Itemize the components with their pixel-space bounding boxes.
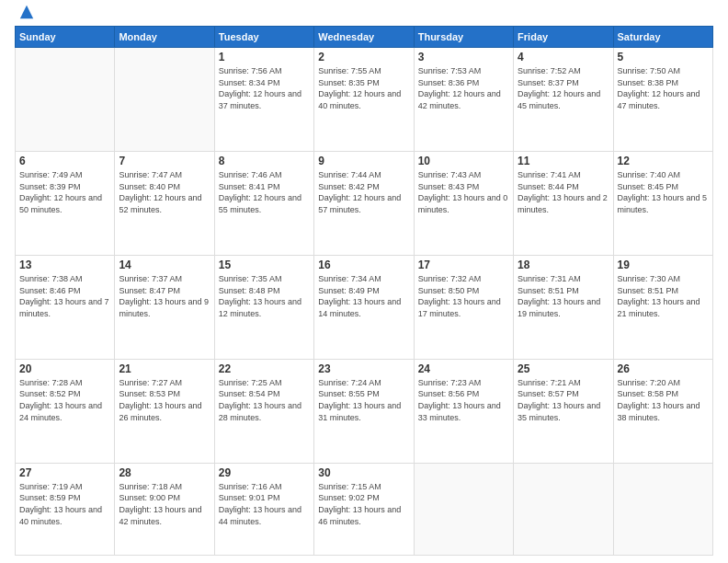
day-number: 23 [318,362,409,375]
day-info: Sunrise: 7:31 AM Sunset: 8:51 PM Dayligh… [518,273,609,319]
day-number: 29 [219,466,310,479]
day-info: Sunrise: 7:46 AM Sunset: 8:41 PM Dayligh… [219,169,310,215]
calendar-cell: 28Sunrise: 7:18 AM Sunset: 9:00 PM Dayli… [115,463,214,555]
calendar-cell: 11Sunrise: 7:41 AM Sunset: 8:44 PM Dayli… [514,151,613,255]
day-number: 11 [518,155,609,167]
day-number: 3 [418,51,509,63]
day-number: 17 [418,259,509,271]
calendar-cell [414,463,513,555]
week-row-3: 13Sunrise: 7:38 AM Sunset: 8:46 PM Dayli… [16,255,713,359]
calendar-cell: 21Sunrise: 7:27 AM Sunset: 8:53 PM Dayli… [115,359,214,463]
day-number: 30 [318,466,409,479]
calendar-cell: 23Sunrise: 7:24 AM Sunset: 8:55 PM Dayli… [314,359,414,463]
day-number: 12 [618,155,709,167]
calendar-cell: 3Sunrise: 7:53 AM Sunset: 8:36 PM Daylig… [414,48,513,152]
logo [15,11,35,20]
day-number: 16 [318,259,409,271]
day-info: Sunrise: 7:37 AM Sunset: 8:47 PM Dayligh… [119,273,210,319]
day-number: 2 [318,51,409,63]
day-number: 24 [418,362,509,375]
header [15,11,713,20]
day-number: 6 [19,155,110,167]
calendar-cell: 7Sunrise: 7:47 AM Sunset: 8:40 PM Daylig… [115,151,214,255]
calendar-cell [613,463,712,555]
calendar-header-friday: Friday [514,27,613,48]
svg-marker-0 [20,6,33,18]
calendar-cell: 4Sunrise: 7:52 AM Sunset: 8:37 PM Daylig… [514,48,613,152]
day-number: 22 [219,362,310,375]
day-info: Sunrise: 7:56 AM Sunset: 8:34 PM Dayligh… [219,65,310,111]
logo-icon [18,4,35,20]
calendar-header-tuesday: Tuesday [214,27,313,48]
calendar-cell: 19Sunrise: 7:30 AM Sunset: 8:51 PM Dayli… [613,255,712,359]
week-row-4: 20Sunrise: 7:28 AM Sunset: 8:52 PM Dayli… [16,359,713,463]
calendar-table: SundayMondayTuesdayWednesdayThursdayFrid… [15,26,713,556]
day-info: Sunrise: 7:18 AM Sunset: 9:00 PM Dayligh… [119,481,210,527]
calendar-cell: 15Sunrise: 7:35 AM Sunset: 8:48 PM Dayli… [214,255,313,359]
calendar-header-wednesday: Wednesday [314,27,414,48]
day-info: Sunrise: 7:44 AM Sunset: 8:42 PM Dayligh… [318,169,409,215]
calendar-cell: 29Sunrise: 7:16 AM Sunset: 9:01 PM Dayli… [214,463,313,555]
calendar-cell: 10Sunrise: 7:43 AM Sunset: 8:43 PM Dayli… [414,151,513,255]
day-info: Sunrise: 7:25 AM Sunset: 8:54 PM Dayligh… [219,377,310,423]
day-info: Sunrise: 7:34 AM Sunset: 8:49 PM Dayligh… [318,273,409,319]
day-info: Sunrise: 7:55 AM Sunset: 8:35 PM Dayligh… [318,65,409,111]
calendar-cell: 27Sunrise: 7:19 AM Sunset: 8:59 PM Dayli… [16,463,115,555]
day-number: 27 [19,466,110,479]
day-info: Sunrise: 7:40 AM Sunset: 8:45 PM Dayligh… [618,169,709,215]
day-info: Sunrise: 7:38 AM Sunset: 8:46 PM Dayligh… [19,273,110,319]
day-number: 20 [19,362,110,375]
day-number: 1 [219,51,310,63]
day-number: 19 [618,259,709,271]
calendar-cell: 14Sunrise: 7:37 AM Sunset: 8:47 PM Dayli… [115,255,214,359]
calendar-cell: 25Sunrise: 7:21 AM Sunset: 8:57 PM Dayli… [514,359,613,463]
calendar-cell: 22Sunrise: 7:25 AM Sunset: 8:54 PM Dayli… [214,359,313,463]
day-number: 10 [418,155,509,167]
calendar-cell: 16Sunrise: 7:34 AM Sunset: 8:49 PM Dayli… [314,255,414,359]
day-info: Sunrise: 7:50 AM Sunset: 8:38 PM Dayligh… [618,65,709,111]
calendar-cell: 24Sunrise: 7:23 AM Sunset: 8:56 PM Dayli… [414,359,513,463]
calendar-cell: 13Sunrise: 7:38 AM Sunset: 8:46 PM Dayli… [16,255,115,359]
calendar-cell: 20Sunrise: 7:28 AM Sunset: 8:52 PM Dayli… [16,359,115,463]
day-number: 7 [119,155,210,167]
day-info: Sunrise: 7:49 AM Sunset: 8:39 PM Dayligh… [19,169,110,215]
day-number: 15 [219,259,310,271]
day-info: Sunrise: 7:19 AM Sunset: 8:59 PM Dayligh… [19,481,110,527]
calendar-cell: 2Sunrise: 7:55 AM Sunset: 8:35 PM Daylig… [314,48,414,152]
day-info: Sunrise: 7:52 AM Sunset: 8:37 PM Dayligh… [518,65,609,111]
calendar-header-monday: Monday [115,27,214,48]
week-row-2: 6Sunrise: 7:49 AM Sunset: 8:39 PM Daylig… [16,151,713,255]
day-info: Sunrise: 7:35 AM Sunset: 8:48 PM Dayligh… [219,273,310,319]
calendar-header-sunday: Sunday [16,27,115,48]
day-number: 5 [618,51,709,63]
day-number: 4 [518,51,609,63]
calendar-cell: 1Sunrise: 7:56 AM Sunset: 8:34 PM Daylig… [214,48,313,152]
day-number: 26 [618,362,709,375]
week-row-1: 1Sunrise: 7:56 AM Sunset: 8:34 PM Daylig… [16,48,713,152]
calendar-cell: 18Sunrise: 7:31 AM Sunset: 8:51 PM Dayli… [514,255,613,359]
week-row-5: 27Sunrise: 7:19 AM Sunset: 8:59 PM Dayli… [16,463,713,555]
day-info: Sunrise: 7:28 AM Sunset: 8:52 PM Dayligh… [19,377,110,423]
calendar-cell: 17Sunrise: 7:32 AM Sunset: 8:50 PM Dayli… [414,255,513,359]
calendar-header-row: SundayMondayTuesdayWednesdayThursdayFrid… [16,27,713,48]
day-number: 28 [119,466,210,479]
calendar-cell: 9Sunrise: 7:44 AM Sunset: 8:42 PM Daylig… [314,151,414,255]
day-number: 8 [219,155,310,167]
day-number: 21 [119,362,210,375]
calendar-cell [16,48,115,152]
calendar-cell [115,48,214,152]
calendar-cell: 12Sunrise: 7:40 AM Sunset: 8:45 PM Dayli… [613,151,712,255]
day-info: Sunrise: 7:32 AM Sunset: 8:50 PM Dayligh… [418,273,509,319]
day-info: Sunrise: 7:53 AM Sunset: 8:36 PM Dayligh… [418,65,509,111]
day-info: Sunrise: 7:27 AM Sunset: 8:53 PM Dayligh… [119,377,210,423]
day-info: Sunrise: 7:23 AM Sunset: 8:56 PM Dayligh… [418,377,509,423]
day-info: Sunrise: 7:15 AM Sunset: 9:02 PM Dayligh… [318,481,409,527]
day-number: 14 [119,259,210,271]
calendar-header-saturday: Saturday [613,27,712,48]
day-info: Sunrise: 7:20 AM Sunset: 8:58 PM Dayligh… [618,377,709,423]
calendar-cell [514,463,613,555]
day-info: Sunrise: 7:21 AM Sunset: 8:57 PM Dayligh… [518,377,609,423]
day-number: 18 [518,259,609,271]
calendar-header-thursday: Thursday [414,27,513,48]
calendar-cell: 6Sunrise: 7:49 AM Sunset: 8:39 PM Daylig… [16,151,115,255]
